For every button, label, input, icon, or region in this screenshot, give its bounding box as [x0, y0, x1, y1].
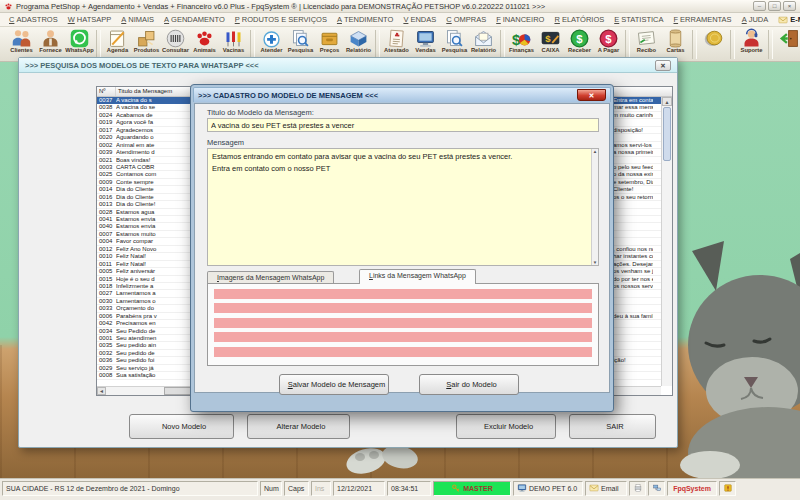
menu-item-financeiro[interactable]: FINANCEIRO [491, 15, 549, 24]
excluir-modelo-button[interactable]: Excluir Modelo [456, 414, 556, 439]
toolbar-button-atender[interactable]: Atender [257, 28, 286, 53]
scroll-up-icon[interactable]: ▲ [662, 97, 672, 106]
column-header-num[interactable]: Nº [97, 87, 116, 96]
row-modelo-fragment: ição! [613, 357, 653, 364]
menu-item-produtos-e-servi-os[interactable]: PRODUTOS E SERVIÇOS [230, 15, 332, 24]
alterar-modelo-button[interactable]: Alterar Modelo [247, 414, 350, 439]
menu-item-ferramentas[interactable]: FERRAMENTAS [669, 15, 737, 24]
mensagem-label: Mensagem [207, 138, 244, 147]
row-modelo-fragment: har instantes com [613, 253, 653, 260]
minimize-button[interactable]: – [753, 1, 766, 11]
toolbar-button-animais[interactable]: Animais [190, 28, 219, 53]
status-segment-printer-icon [629, 481, 646, 496]
coin-icon [699, 28, 728, 49]
sair-button[interactable]: SAIR [569, 414, 656, 439]
row-num: 0039 [97, 149, 116, 155]
alert-icon [723, 483, 733, 494]
menu-item-email[interactable]: E-MAIL [773, 15, 800, 25]
scroll-down-icon[interactable]: ▼ [592, 260, 598, 265]
toolbar-button-receber[interactable]: $Receber [565, 28, 594, 53]
search-window-close-icon[interactable]: ✕ [655, 60, 671, 71]
toolbar-button-relat-rio[interactable]: Relatório [344, 28, 373, 53]
dialog-titlebar[interactable]: >>> CADASTRO DO MODELO DE MENSAGEM <<< ✕ [193, 87, 611, 102]
row-num: 0003 [97, 164, 116, 170]
scroll-icon [661, 28, 690, 49]
toolbar-button-label: Atender [257, 47, 286, 53]
menu-item-estatistica[interactable]: ESTATISTICA [609, 15, 668, 24]
toolbar-button-clientes[interactable]: Clientes [7, 28, 36, 53]
tab-links[interactable]: Links da Mensagem WhatsApp [359, 269, 476, 284]
toolbar-button-coin[interactable] [699, 28, 728, 47]
whatsapp-link-field[interactable] [214, 347, 592, 357]
toolbar-button-pre-os[interactable]: Preços [315, 28, 344, 53]
mensagem-textarea[interactable]: Estamos entrando em contato para avisar … [207, 148, 599, 266]
toolbar-button-recibo[interactable]: Recibo [632, 28, 661, 53]
toolbar-button-fornece[interactable]: Fornece [36, 28, 65, 53]
row-num: 0006 [97, 313, 116, 319]
vertical-scrollbar[interactable]: ▲ [661, 97, 672, 386]
menu-item-vendas[interactable]: VENDAS [398, 15, 441, 24]
status-segment-label: Email [601, 485, 619, 492]
button-label: Sair do Modelo [446, 380, 496, 389]
menu-item-cadastros[interactable]: CADASTROS [4, 15, 63, 24]
titulo-input[interactable] [207, 118, 599, 132]
menu-item-ajuda[interactable]: AJUDA [737, 15, 774, 24]
whatsapp-link-field[interactable] [214, 303, 592, 313]
toolbar-button-cartas[interactable]: Cartas [661, 28, 690, 53]
toolbar-button-label: Cartas [661, 47, 690, 53]
toolbar-button-a-pagar[interactable]: $A Pagar [594, 28, 623, 53]
menu-item-whatsapp[interactable]: WHATSAPP [63, 15, 117, 24]
row-num: 0010 [97, 253, 116, 259]
textarea-scrollbar[interactable]: ▲▼ [591, 149, 598, 265]
svg-text:$: $ [545, 33, 551, 44]
toolbar-button-pesquisa[interactable]: Pesquisa [286, 28, 315, 53]
dialog-body: Titulo do Modelo da Mensagem: Mensagem E… [194, 103, 610, 393]
receipt-icon [632, 28, 661, 49]
whatsapp-link-field[interactable] [214, 289, 592, 299]
search-window-title: >>> PESQUISA DOS MODELOS DE TEXTO PARA W… [25, 61, 259, 70]
toolbar-button-atestado[interactable]: Atestado [382, 28, 411, 53]
menu-item-agendamento[interactable]: AGENDAMENTO [159, 15, 230, 24]
toolbar-button-whatsapp[interactable]: WhatsApp [65, 28, 94, 53]
maximize-button[interactable]: □ [768, 1, 781, 11]
menu-item-atendimento[interactable]: ATENDIMENTO [332, 15, 398, 24]
menu-item-compras[interactable]: COMPRAS [441, 15, 491, 24]
certificate-icon [382, 28, 411, 49]
status-segment-label: 08:34:51 [391, 485, 418, 492]
search-window-titlebar[interactable]: >>> PESQUISA DOS MODELOS DE TEXTO PARA W… [19, 58, 677, 73]
close-button[interactable]: × [783, 1, 796, 11]
toolbar-button-finan-as[interactable]: $Finanças [507, 28, 536, 53]
toolbar-button-suporte[interactable]: Suporte [737, 28, 766, 53]
scroll-up-icon[interactable]: ▲ [592, 149, 598, 154]
toolbar-button-relat-rio[interactable]: Relatório [469, 28, 498, 53]
whatsapp-link-field[interactable] [214, 318, 592, 328]
clients-icon [7, 28, 36, 49]
menu-item-animais[interactable]: ANIMAIS [116, 15, 159, 24]
toolbar-button-exit-door[interactable] [775, 28, 800, 47]
toolbar-button-pesquisa[interactable]: Pesquisa [440, 28, 469, 53]
menu-item-relat-rios[interactable]: RELATÓRIOS [549, 15, 609, 24]
salvar-modelo-button[interactable]: Salvar Modelo de Mensagem [279, 374, 389, 395]
toolbar-button-consultar[interactable]: Consultar [161, 28, 190, 53]
novo-modelo-button[interactable]: Novo Modelo [129, 414, 234, 439]
whatsapp-link-field[interactable] [214, 332, 592, 342]
status-segment-alert-icon [719, 481, 736, 496]
scrollbar-thumb[interactable] [663, 107, 671, 161]
toolbar-button-label: Vendas [411, 47, 440, 53]
toolbar-button-agenda[interactable]: Agenda [103, 28, 132, 53]
scroll-left-icon[interactable]: ◄ [97, 387, 106, 395]
supplier-icon [36, 28, 65, 49]
app-paw-icon [4, 2, 13, 11]
toolbar-button-produtos[interactable]: Produtos [132, 28, 161, 53]
status-segment-email: Email [585, 481, 627, 496]
toolbar-button-vendas[interactable]: Vendas [411, 28, 440, 53]
dialog-close-icon[interactable]: ✕ [577, 89, 606, 101]
row-num: 0041 [97, 216, 116, 222]
toolbar-button-caixa[interactable]: $CAIXA [536, 28, 565, 53]
sair-do-modelo-button[interactable]: Sair do Modelo [419, 374, 519, 395]
toolbar-button-vacinas[interactable]: Vacinas [219, 28, 248, 53]
toolbar-button-label: A Pagar [594, 47, 623, 53]
row-modelo-fragment: , confiou nos no [613, 246, 653, 253]
row-num: 0034 [97, 328, 116, 334]
status-segment-caps: Caps [284, 481, 309, 496]
